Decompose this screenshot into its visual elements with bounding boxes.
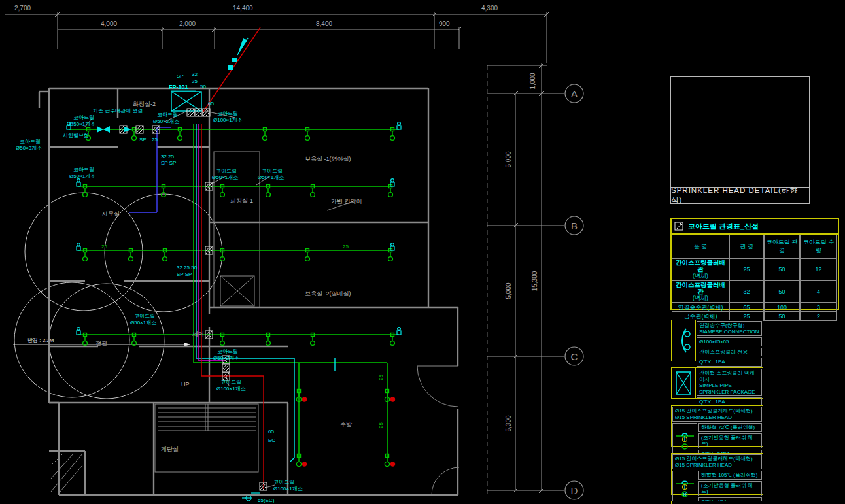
callout-core: 코아드릴 xyxy=(20,139,41,144)
tag-sp: SP xyxy=(139,137,147,143)
pump-package xyxy=(171,91,201,111)
dim-14400: 14,400 xyxy=(233,5,253,12)
room-stair: 계단실 xyxy=(161,446,179,452)
tag-65ec: 65(EC) xyxy=(258,497,275,503)
pipe-size-tags: SP 32 25 50 65 FP-101 SP 25 32 25 SP SP … xyxy=(101,71,384,503)
tag-32: 32 xyxy=(192,71,198,77)
package-icon xyxy=(672,368,696,398)
table-cell: 50 xyxy=(764,258,800,280)
legend-line: 연결송수구(쌍구형) xyxy=(699,322,759,329)
legend-line: Ø15 간이스프링쿨러헤드(폐쇄형) xyxy=(675,456,753,462)
callout-size: Ø50×3개소 xyxy=(16,145,42,151)
room-entrance: 현관 xyxy=(95,340,107,346)
callout-size: Ø50×1개소 xyxy=(130,320,156,326)
legend-line: Ø15 간이스프링쿨러헤드(폐쇄형) xyxy=(675,408,753,414)
dim-5300: 5,300 xyxy=(505,415,512,431)
legend-line: 하향형 72℃ (플러쉬형) xyxy=(698,423,762,432)
col-header: 품 명 xyxy=(672,235,729,258)
grid-bubble-c: C xyxy=(571,351,578,362)
siamese-icon xyxy=(672,320,696,361)
branch-end-markers xyxy=(67,122,401,335)
legend-line: (조기반응형 플러쉬 헤드) xyxy=(698,481,762,496)
dim-15300: 15,300 xyxy=(531,271,538,291)
legend-line: 간이형 스프링쿨러 팩케이지 xyxy=(699,370,759,382)
legend-line: Ø15 SPRINKLER HEAD xyxy=(675,462,732,468)
legend-line: 하향형 105℃ (플러쉬형) xyxy=(698,471,762,480)
col-header: 관 경 xyxy=(729,235,764,258)
table-cell: 65 xyxy=(729,303,764,312)
room-office: 사무실 xyxy=(102,210,120,217)
wall-details xyxy=(51,152,459,495)
callout-connect: 기존 급수배관에 연결 xyxy=(93,108,143,114)
col-header: 코아드릴 관경 xyxy=(764,235,800,258)
room-toilet2: 화장실-2 xyxy=(133,101,156,107)
legend-line: 간이스프링쿨러 전용 xyxy=(697,348,762,357)
legend-line: (조기반응형 플러쉬 헤드) xyxy=(698,433,762,448)
callout-size: Ø100×1개소 xyxy=(273,486,303,492)
dim-2000: 2,000 xyxy=(179,20,196,27)
legend-line: SIMPLE PIPE xyxy=(699,382,759,389)
dim-8400: 8,400 xyxy=(316,20,332,27)
cad-canvas: 반경 : 2.3M 2,700 14,400 4,300 4,000 2,000… xyxy=(0,0,845,504)
callout-core: 코아드릴 xyxy=(134,313,155,319)
tag-50: 50 xyxy=(200,84,206,90)
callout-core: 코아드릴 xyxy=(273,479,294,485)
table-row-name: 연결송수관(벽체) xyxy=(672,303,729,312)
grid-bubble-d: D xyxy=(571,485,578,496)
tag-25: 25 xyxy=(152,137,158,143)
legend-qty: Q'TY : 1EA xyxy=(697,358,762,367)
callout-size: Ø50×2개소 xyxy=(153,118,179,124)
room-nursery2: 보육실 -2(열매실) xyxy=(305,290,351,297)
tag-riser-sp: SP SP xyxy=(161,160,176,166)
callout-size: Ø50×3개소 xyxy=(213,355,239,361)
tag-sp: SP xyxy=(177,73,184,79)
callout-core: 코아드릴 xyxy=(216,168,237,174)
dim-5000-b: 5,000 xyxy=(505,282,512,299)
legend-package: 간이형 스프링쿨러 팩케이지 SIMPLE PIPE SPRINKLER PAC… xyxy=(671,367,763,399)
dim-4000: 4,000 xyxy=(101,20,117,27)
legend-line: Ø15 SPRINKLER HEAD xyxy=(675,414,732,420)
legend-line: SPRINKLER PACKAGE xyxy=(699,389,759,395)
tag-ec: EC xyxy=(268,437,275,443)
callout-core: 코아드릴 xyxy=(73,167,94,173)
grid-bubbles xyxy=(565,84,583,499)
tag-branch-25: 25 xyxy=(101,244,107,250)
table-cell: 100 xyxy=(764,303,800,312)
valve-symbols xyxy=(97,126,260,501)
walls xyxy=(39,88,458,495)
dim-1000: 1,000 xyxy=(529,73,536,89)
dim-5000-a: 5,000 xyxy=(505,151,512,167)
table-cell: 32 xyxy=(729,280,764,303)
table-row-name: 간이스프링쿨러배관(벽체) xyxy=(672,280,729,303)
grid-bubble-b: B xyxy=(571,220,578,231)
supply-arrow xyxy=(228,38,248,70)
table-cell: 25 xyxy=(729,258,764,280)
legend-head-105: Ø15 간이스프링쿨러헤드(폐쇄형) Ø15 SPRINKLER HEAD 하향… xyxy=(671,453,763,495)
memo-icon xyxy=(674,222,684,231)
coverage-circles xyxy=(14,193,222,399)
callout-size: Ø100×1개소 xyxy=(213,117,243,123)
table-title: 코아드릴 관경표_신설 xyxy=(688,222,759,231)
callout-core: 코아드릴 xyxy=(262,168,283,174)
legend-siamese: 연결송수구(쌍구형) SIAMESE CONNECTION Ø100x65x65… xyxy=(671,320,763,361)
legend-head-72: Ø15 간이스프링쿨러헤드(폐쇄형) Ø15 SPRINKLER HEAD 하향… xyxy=(671,405,763,447)
callout-core: 코아드릴 xyxy=(157,112,178,118)
tag-65: 65 xyxy=(208,101,214,107)
tag-drop-25: 25 xyxy=(378,375,384,380)
tag-riser2-sp: SP SP xyxy=(177,271,192,277)
tag-branch-25: 25 xyxy=(343,244,349,250)
callout-testvalve: 시험밸브함 xyxy=(63,133,89,139)
tag-riser2: 32 25 50 xyxy=(177,265,198,271)
room-kitchen: 주방 xyxy=(340,421,352,428)
tag-65-main: 65 xyxy=(268,429,274,435)
table-cell: 12 xyxy=(800,258,837,280)
dim-900: 900 xyxy=(439,20,450,27)
table-row-name: 간이스프링쿨러배관(벽체) xyxy=(672,258,729,280)
table-cell: 2 xyxy=(800,312,837,321)
table-grid: 품 명 관 경 코아드릴 관경 코아드릴 수량 간이스프링쿨러배관(벽체) 25… xyxy=(672,235,838,321)
callout-core: 코아드릴 xyxy=(217,348,238,354)
tag-fp101: FP-101 xyxy=(169,84,188,90)
callout-size: Ø50×1개소 xyxy=(69,173,95,179)
callout-size: Ø50×1개소 xyxy=(212,175,238,180)
table-cell: 4 xyxy=(800,280,837,303)
